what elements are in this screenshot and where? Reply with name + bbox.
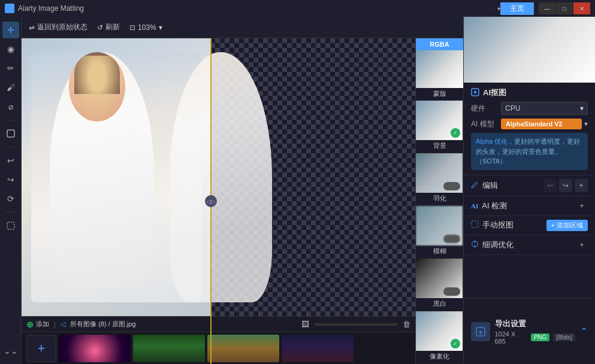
- app-title: Aiarty Image Matting: [18, 4, 495, 13]
- ai-matting-title: AI抠图: [483, 87, 588, 98]
- export-bar: 导出设置 1024 X 685 PNG [8bits] ⌃: [464, 298, 595, 364]
- image-icon: 🖼: [301, 320, 309, 329]
- effect-bw[interactable]: 黑白: [416, 259, 463, 311]
- add-area-btn[interactable]: + 添加区域: [546, 220, 588, 231]
- nav-home[interactable]: 主页: [500, 2, 534, 15]
- tool-undo[interactable]: ↩: [2, 152, 19, 169]
- tool-border[interactable]: [2, 217, 19, 234]
- manual-matting-section[interactable]: 手动抠图 + 添加区域: [464, 216, 595, 235]
- manual-matting-title: 手动抠图: [482, 220, 546, 230]
- tool-shape[interactable]: [2, 125, 19, 142]
- toolbar-separator-3: [5, 212, 17, 213]
- filmstrip-area: ⊕ 添加 | ◁ 所有图像 (8) / 原图.jpg 🖼 🗑: [22, 316, 415, 364]
- effects-strip: RGBA 蒙版 ✓ 背景: [415, 38, 463, 364]
- export-expand-btn[interactable]: ⌃: [580, 326, 588, 337]
- tool-brush[interactable]: ◉: [2, 41, 19, 57]
- ai-detect-add[interactable]: +: [576, 200, 588, 212]
- split-icon: ◁▷: [205, 195, 217, 207]
- toolbar-separator-2: [5, 147, 17, 147]
- effect-bg[interactable]: ✓ 背景: [416, 101, 463, 153]
- effect-blur[interactable]: 模糊: [416, 206, 463, 259]
- delete-btn[interactable]: 🗑: [403, 320, 410, 329]
- edit-icon: [471, 181, 479, 190]
- filmstrip-item-1[interactable]: [59, 335, 131, 362]
- back-nav[interactable]: ◁: [61, 320, 65, 328]
- add-files-btn[interactable]: ⊕ 添加: [26, 320, 49, 329]
- effect-feather[interactable]: 羽化: [416, 153, 463, 206]
- refine-section[interactable]: 细调优化 +: [464, 235, 595, 255]
- effect-bw-thumb: [416, 259, 463, 298]
- preview-thumb[interactable]: [416, 50, 463, 88]
- hardware-label: 硬件: [471, 104, 501, 114]
- canvas-right: [210, 38, 415, 316]
- svg-rect-5: [472, 221, 478, 228]
- export-details: 1024 X 685 PNG [8bits]: [495, 330, 576, 345]
- filmstrip-toolbar: ⊕ 添加 | ◁ 所有图像 (8) / 原图.jpg 🖼 🗑: [22, 317, 415, 332]
- filmstrip-item-4[interactable]: [282, 335, 354, 362]
- close-button[interactable]: ✕: [573, 2, 590, 14]
- undo-redo-btns: ↩ ↪ +: [543, 179, 588, 192]
- effect-bg-thumb: ✓: [416, 101, 463, 140]
- edit-section[interactable]: 编辑 ↩ ↪ +: [464, 175, 595, 196]
- back-to-original[interactable]: ⇌ 返回到原始状态: [29, 22, 87, 32]
- canvas-split-handle[interactable]: ◁▷: [210, 38, 212, 364]
- ai-matting-header: AI抠图: [471, 87, 588, 98]
- export-text: 导出设置 1024 X 685 PNG [8bits]: [495, 318, 576, 345]
- select-arrow: ▾: [580, 104, 584, 113]
- svg-rect-0: [7, 130, 14, 137]
- effect-blur-thumb: [416, 206, 463, 245]
- left-toolbar: ✛ ◉ ✏ 🖌 ⌀ ↩ ↪ ⟳ ⌄⌄: [0, 17, 22, 364]
- filmstrip-items: +: [22, 332, 415, 364]
- preview-area: [464, 17, 595, 83]
- effect-pixel-label: 像素化: [416, 351, 463, 363]
- tool-paint[interactable]: 🖌: [2, 79, 19, 96]
- minimize-button[interactable]: —: [539, 2, 555, 14]
- zoom-display[interactable]: ⊡ 103% ▾: [129, 23, 162, 32]
- tool-eraser[interactable]: ⌀: [2, 98, 19, 115]
- titlebar: Aiarty Image Matting ▾ 主页 — □ ✕: [0, 0, 595, 17]
- rgba-tab[interactable]: RGBA: [416, 38, 463, 50]
- add-edit-btn[interactable]: +: [575, 179, 588, 192]
- add-item-btn[interactable]: +: [26, 335, 56, 362]
- hardware-select[interactable]: CPU ▾: [501, 102, 588, 115]
- maximize-button[interactable]: □: [556, 2, 573, 14]
- model-arrow[interactable]: ▾: [584, 120, 588, 128]
- refine-icon: [471, 240, 479, 250]
- zoom-icon: ⊡: [129, 23, 135, 32]
- model-badge[interactable]: AlphaStandard V2: [501, 119, 582, 129]
- effect-feather-thumb: [416, 153, 463, 193]
- svg-rect-1: [7, 222, 14, 229]
- right-panel: AI抠图 硬件 CPU ▾ AI 模型 AlphaStandard V2 ▾: [463, 17, 595, 364]
- tool-redo[interactable]: ↪: [2, 171, 19, 188]
- mask-label: 蒙版: [416, 88, 463, 101]
- tool-pen[interactable]: ✏: [2, 60, 19, 77]
- undo-btn[interactable]: ↩: [543, 179, 557, 192]
- edit-title: 编辑: [482, 180, 543, 191]
- filmstrip-item-2[interactable]: [133, 335, 205, 362]
- tool-select[interactable]: ✛: [2, 22, 19, 38]
- canvas-view[interactable]: ◁▷ ⊕ 添加 | ◁ 所有图像 (8) / 原图.jpg: [22, 38, 415, 364]
- add-label: 添加: [36, 320, 49, 329]
- model-row: AI 模型 AlphaStandard V2 ▾: [471, 119, 588, 129]
- refresh-btn[interactable]: ↺ 刷新: [97, 22, 120, 32]
- tool-expand[interactable]: ⌄⌄: [2, 342, 19, 359]
- scroll-slider[interactable]: [314, 323, 398, 326]
- refine-add[interactable]: +: [576, 239, 588, 251]
- effect-pixel[interactable]: ✓ 像素化: [416, 311, 463, 364]
- preview-image: [464, 17, 595, 83]
- redo-btn[interactable]: ↪: [559, 179, 572, 192]
- info-highlight: Alpha 优化，: [476, 138, 514, 145]
- ai-matting-section: AI抠图 硬件 CPU ▾ AI 模型 AlphaStandard V2 ▾: [464, 83, 595, 175]
- model-select-row: AlphaStandard V2 ▾: [501, 119, 588, 129]
- tool-rotate[interactable]: ⟳: [2, 190, 19, 207]
- window-controls: — □ ✕: [539, 2, 590, 14]
- filmstrip-item-3[interactable]: [207, 335, 279, 362]
- add-icon: ⊕: [26, 320, 34, 329]
- back-icon: ⇌: [29, 23, 35, 32]
- ai-detect-section[interactable]: AI AI 检测 +: [464, 196, 595, 216]
- breadcrumb: 所有图像 (8) / 原图.jpg: [70, 320, 135, 329]
- export-format: PNG: [531, 333, 550, 341]
- export-bits: [8bits]: [553, 333, 575, 341]
- export-icon: [471, 322, 490, 341]
- ai-matting-icon: [471, 88, 479, 98]
